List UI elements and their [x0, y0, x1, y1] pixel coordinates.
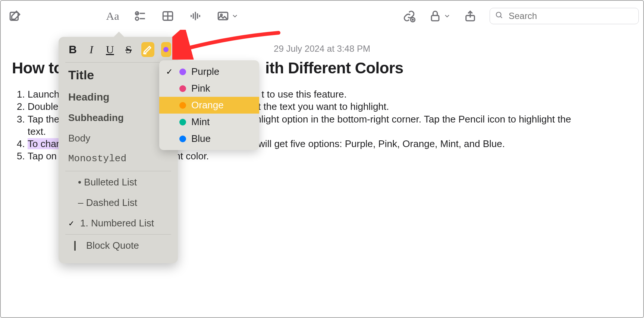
media-icon[interactable] [216, 9, 230, 23]
audio-icon[interactable] [189, 9, 202, 23]
color-label: Orange [191, 99, 224, 111]
svg-rect-18 [431, 16, 439, 21]
search-input[interactable] [508, 10, 633, 22]
swatch-icon [179, 85, 186, 92]
swatch-icon [179, 119, 186, 125]
swatch-icon [179, 69, 186, 75]
highlight-button[interactable] [141, 42, 154, 57]
svg-point-3 [135, 17, 139, 20]
style-blockquote[interactable]: Block Quote [59, 235, 178, 256]
chevron-down-icon[interactable] [443, 9, 451, 23]
highlight-color-menu: ✓ Purple Pink Orange Mint Blue [159, 60, 259, 150]
svg-line-21 [500, 16, 502, 18]
search-box[interactable] [490, 8, 639, 24]
color-item-purple[interactable]: ✓ Purple [159, 63, 259, 80]
swatch-icon [179, 102, 186, 109]
format-icon[interactable]: Aa [106, 9, 119, 23]
svg-point-20 [496, 12, 501, 17]
color-item-mint[interactable]: Mint [159, 114, 259, 130]
highlight-color-button[interactable] [161, 42, 171, 57]
search-icon [495, 11, 503, 21]
color-label: Blue [191, 133, 211, 144]
table-icon[interactable] [161, 9, 175, 23]
chevron-down-icon[interactable] [231, 9, 239, 23]
color-item-pink[interactable]: Pink [159, 80, 259, 97]
checklist-icon[interactable] [133, 9, 147, 23]
strikethrough-button[interactable]: S [123, 42, 135, 57]
style-numbered[interactable]: ✓ 1. Numbered List [59, 213, 178, 233]
color-item-orange[interactable]: Orange [159, 97, 259, 114]
lock-icon[interactable] [428, 9, 442, 23]
underline-button[interactable]: U [104, 42, 116, 57]
format-row: B I U S [59, 37, 178, 61]
bold-button[interactable]: B [67, 42, 79, 57]
swatch-icon [179, 136, 186, 142]
check-icon: ✓ [68, 219, 75, 228]
share-icon[interactable] [464, 9, 477, 23]
link-icon[interactable] [402, 9, 416, 23]
color-label: Mint [191, 116, 210, 128]
color-label: Pink [191, 83, 210, 94]
style-monostyled[interactable]: Monostyled [59, 149, 178, 169]
color-dot-icon [163, 47, 169, 52]
toolbar: Aa [1, 1, 643, 31]
color-item-blue[interactable]: Blue [159, 130, 259, 147]
color-label: Purple [191, 66, 219, 77]
style-dashed[interactable]: – Dashed List [59, 193, 178, 213]
compose-icon[interactable] [8, 9, 22, 23]
italic-button[interactable]: I [85, 42, 97, 57]
style-bulleted[interactable]: • Bulleted List [59, 172, 178, 193]
check-icon: ✓ [166, 67, 174, 77]
